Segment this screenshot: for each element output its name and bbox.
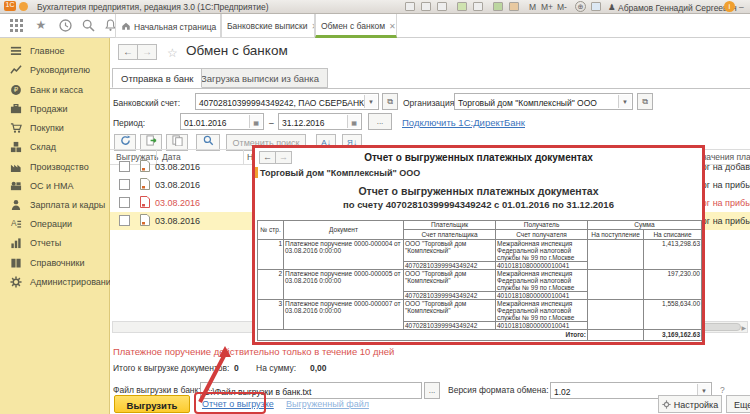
annotation-highlight-box bbox=[194, 392, 266, 414]
app-window: 1C Бухгалтерия предприятия, редакция 3.0… bbox=[0, 0, 750, 414]
annotation-arrow bbox=[0, 0, 750, 414]
